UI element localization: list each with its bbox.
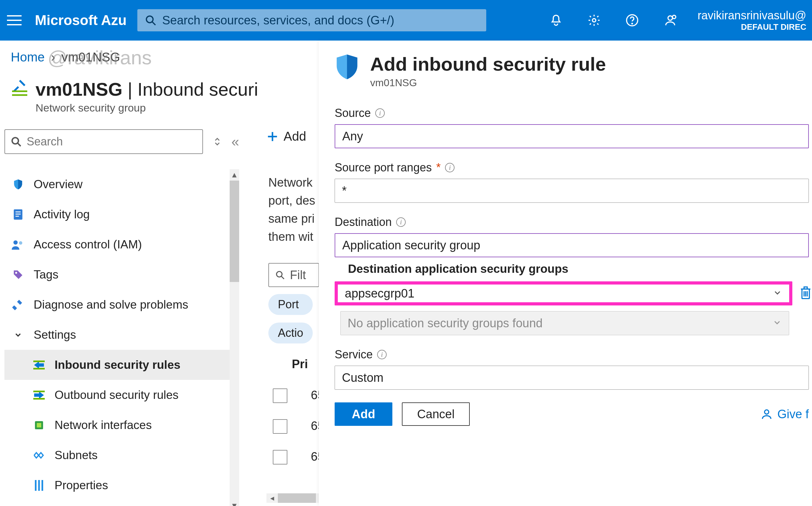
account-user: ravikiransrinivasulu@ — [697, 9, 806, 22]
notifications-icon[interactable] — [537, 0, 575, 40]
field-source-port-ranges: Source port ranges * i * — [335, 161, 812, 203]
shield-icon — [11, 178, 25, 190]
menu-button[interactable] — [0, 15, 28, 26]
info-icon[interactable]: i — [377, 350, 387, 359]
desc-line: Network — [268, 174, 325, 192]
pin-icon[interactable] — [11, 79, 28, 98]
svg-point-9 — [672, 15, 676, 19]
sidebar-item-label: Access control (IAM) — [33, 238, 142, 251]
dropdown-value: Application security group — [342, 239, 480, 252]
sidebar-item-outbound-rules[interactable]: Outbound security rules — [4, 380, 239, 410]
log-icon — [11, 208, 25, 221]
sidebar-item-label: Outbound security rules — [55, 389, 179, 402]
sidebar-search-input[interactable] — [27, 135, 197, 148]
sidebar-collapse-icon[interactable]: « — [231, 134, 239, 150]
dest-asg-dropdown[interactable]: appsecgrp01 — [335, 281, 792, 306]
page-subtitle: Network security group — [36, 102, 258, 114]
scroll-thumb[interactable] — [278, 493, 316, 503]
svg-rect-24 — [33, 368, 45, 369]
sidebar-item-properties[interactable]: Properties — [4, 470, 239, 500]
page-title-sep: | — [122, 79, 137, 99]
chevron-down-icon — [772, 317, 782, 330]
breadcrumb-sep: › — [51, 50, 55, 64]
scroll-left-icon[interactable]: ◀ — [266, 493, 278, 503]
destination-dropdown[interactable]: Application security group — [335, 233, 809, 257]
nic-icon — [32, 420, 46, 431]
scroll-up-icon[interactable]: ▲ — [230, 169, 239, 181]
column-header-priority[interactable]: Pri — [292, 357, 308, 371]
sidebar-expand-icon[interactable] — [212, 137, 222, 146]
sidebar-item-tags[interactable]: Tags — [4, 259, 239, 289]
sidebar-list: Overview Activity log Access control (IA… — [4, 169, 239, 506]
svg-rect-30 — [38, 480, 40, 491]
dest-asg-dropdown-empty[interactable]: No application security groups found — [340, 311, 789, 335]
sidebar-scrollbar[interactable]: ▲ ▼ — [230, 169, 239, 506]
info-icon[interactable]: i — [445, 163, 455, 172]
svg-rect-23 — [33, 360, 45, 362]
sidebar-item-inbound-rules[interactable]: Inbound security rules — [4, 350, 239, 380]
svg-point-3 — [146, 16, 153, 23]
info-icon[interactable]: i — [375, 108, 385, 118]
global-search[interactable] — [137, 9, 486, 31]
sidebar-search[interactable] — [4, 129, 203, 154]
account-block[interactable]: ravikiransrinivasulu@ DEFAULT DIREC — [689, 0, 812, 40]
help-icon[interactable] — [613, 0, 651, 40]
sidebar-item-activity-log[interactable]: Activity log — [4, 199, 239, 229]
breadcrumb-current[interactable]: vm01NSG — [62, 50, 120, 64]
svg-rect-17 — [15, 214, 21, 215]
delete-asg-button[interactable] — [799, 286, 812, 301]
svg-rect-22 — [12, 305, 17, 310]
scroll-thumb[interactable] — [230, 181, 239, 282]
give-feedback-label: Give f — [777, 408, 809, 421]
give-feedback-link[interactable]: Give f — [760, 408, 809, 421]
page-title: vm01NSG | Inbound securi — [36, 79, 258, 100]
sidebar-item-subnets[interactable]: Subnets — [4, 440, 239, 470]
row-checkbox[interactable] — [273, 450, 287, 465]
desc-line: port, des — [268, 192, 325, 210]
breadcrumb-home[interactable]: Home — [11, 50, 45, 64]
field-source: Sourcei Any — [335, 106, 812, 148]
info-icon[interactable]: i — [396, 217, 406, 227]
feedback-icon[interactable] — [651, 0, 689, 40]
svg-rect-28 — [37, 423, 41, 427]
sidebar-item-access-control[interactable]: Access control (IAM) — [4, 229, 239, 259]
scroll-down-icon[interactable]: ▼ — [230, 500, 239, 506]
add-button[interactable]: Add — [335, 402, 392, 426]
dropdown-value: Any — [342, 130, 363, 143]
source-dropdown[interactable]: Any — [335, 124, 809, 148]
pill-label: Port — [278, 298, 299, 311]
cancel-button[interactable]: Cancel — [402, 402, 470, 426]
sidebar-item-overview[interactable]: Overview — [4, 169, 239, 199]
sidebar-item-diagnose[interactable]: Diagnose and solve problems — [4, 289, 239, 320]
source-port-ranges-input[interactable]: * — [335, 179, 809, 203]
breadcrumb: Home › vm01NSG — [11, 50, 120, 64]
subnets-icon — [32, 450, 46, 460]
svg-rect-26 — [33, 398, 45, 400]
filter-input[interactable]: Filt — [268, 263, 319, 287]
page-title-rest: Inbound securi — [137, 79, 258, 99]
svg-point-13 — [12, 138, 18, 144]
field-label-text: Source port ranges — [335, 161, 432, 174]
field-label-text: Destination — [335, 216, 392, 229]
sidebar-item-settings[interactable]: Settings — [4, 320, 239, 350]
sidebar-item-label: Properties — [55, 479, 108, 492]
settings-icon[interactable] — [575, 0, 613, 40]
add-rule-label: Add — [284, 129, 306, 144]
svg-point-20 — [19, 241, 22, 245]
sidebar-item-label: Overview — [33, 178, 82, 191]
global-search-input[interactable] — [162, 14, 479, 27]
sidebar-item-label: Inbound security rules — [55, 358, 181, 372]
svg-point-5 — [593, 19, 596, 22]
sidebar-item-label: Diagnose and solve problems — [33, 298, 188, 312]
sidebar-item-label: Network interfaces — [55, 419, 152, 432]
svg-point-34 — [277, 271, 282, 277]
sidebar-item-network-interfaces[interactable]: Network interfaces — [4, 410, 239, 440]
service-dropdown[interactable]: Custom — [335, 366, 809, 390]
row-checkbox[interactable] — [273, 419, 287, 434]
filter-pill-port[interactable]: Port — [268, 294, 313, 315]
filter-label: Filt — [290, 268, 306, 282]
row-checkbox[interactable] — [273, 389, 287, 403]
svg-point-21 — [15, 272, 17, 274]
blade-actions: Add Cancel Give f — [335, 402, 812, 426]
filter-pill-action[interactable]: Actio — [268, 323, 313, 343]
